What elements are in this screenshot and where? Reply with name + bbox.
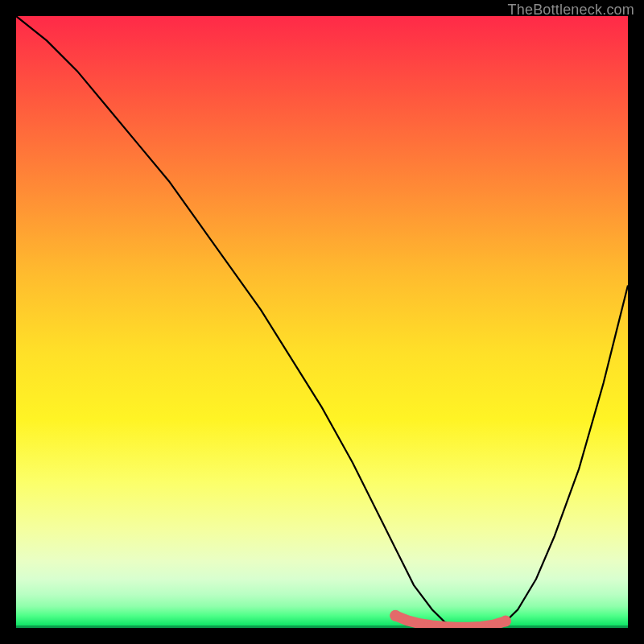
optimal-range-marker [390, 610, 511, 628]
chart-curve-layer [16, 16, 628, 628]
marker-bead [500, 616, 511, 627]
marker-bead [402, 616, 412, 625]
bottleneck-curve [16, 16, 628, 628]
attribution-text: TheBottleneck.com [508, 2, 634, 19]
marker-bead [390, 610, 401, 621]
